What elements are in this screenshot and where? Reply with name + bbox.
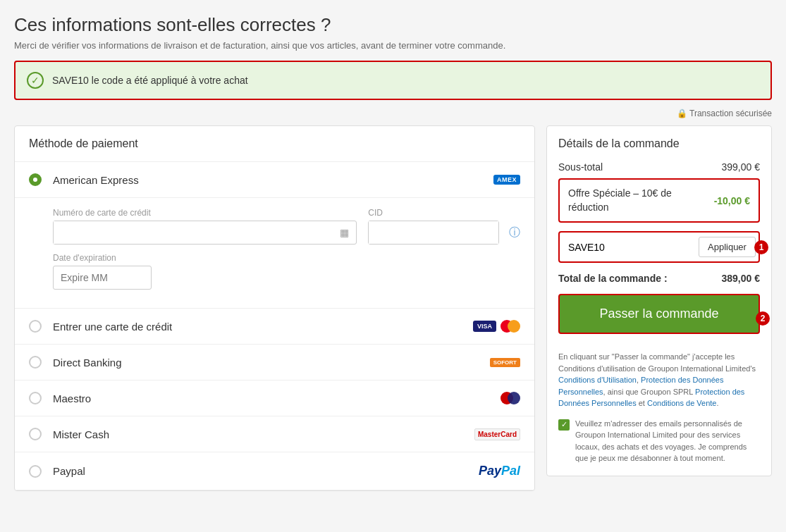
conditions-link[interactable]: Conditions d'Utilisation [558,376,637,384]
payment-method-mister[interactable]: Mister Cash MasterCard [15,416,534,452]
offer-value: -10,00 € [714,195,750,206]
expiry-input[interactable] [53,266,152,290]
subtotal-label: Sous-total [558,161,603,173]
order-button[interactable]: Passer la commande [558,294,760,334]
banner-text: SAVE10 le code a été appliqué à votre ac… [52,75,248,86]
newsletter-checkbox[interactable] [558,419,570,431]
radio-maestro[interactable] [29,392,42,404]
paypal-label: Paypal [53,465,467,477]
visa-badge: VISA [473,321,496,332]
mister-label: Mister Cash [53,428,463,440]
subtotal-row: Sous-total 399,00 € [558,161,760,173]
cid-input[interactable] [369,221,498,244]
success-icon: ✓ [27,72,44,89]
amex-badge: AMEX [493,175,520,185]
offer-label: Offre Spéciale – 10€ de réduction [568,187,714,214]
terms-intro: En cliquant sur "Passer la commande" j'a… [558,352,756,373]
promo-apply-button[interactable]: Appliquer [699,237,756,257]
expiry-label: Date d'expiration [53,253,520,263]
payment-header: Méthode de paiement [15,126,534,162]
newsletter-row: Veuillez m'adresser des emails personnal… [558,418,760,464]
total-label: Total de la commande : [558,273,668,284]
order-header: Détails de la commande [558,137,760,150]
radio-amex[interactable] [29,173,42,186]
paypal-icons: PayPal [479,464,520,478]
credit-icons: VISA [473,320,520,333]
direct-label: Direct Banking [53,357,479,369]
subtotal-value: 399,00 € [722,161,761,173]
promo-row: Appliquer 1 [558,231,760,263]
paypal-logo: PayPal [479,464,520,478]
credit-label: Entrer une carte de crédit [53,321,462,333]
mister-icons: MasterCard [474,428,520,440]
mastercash-icon: MasterCard [474,428,520,440]
radio-paypal[interactable] [29,465,42,478]
terms-text: En cliquant sur "Passer la commande" j'a… [558,351,760,409]
mastercard-badge [501,320,520,333]
newsletter-label: Veuillez m'adresser des emails personnal… [575,418,760,464]
cid-label: CID [368,208,520,218]
payment-method-paypal[interactable]: Paypal PayPal [15,452,534,490]
maestro-icons [501,392,520,404]
secure-transaction: Transaction sécurisée [14,109,772,118]
card-icon: ▦ [333,221,356,244]
maestro-badge [501,392,520,404]
promo-input[interactable] [565,239,694,256]
sofort-badge: SOFORT [490,358,520,367]
page-title: Ces informations sont-elles correctes ? [14,14,772,36]
total-row: Total de la commande : 389,00 € [558,273,760,284]
payment-panel: Méthode de paiement American Express AME… [14,125,535,491]
conditions-vente-link[interactable]: Conditions de Vente [647,399,716,407]
card-number-input[interactable] [54,221,333,244]
amex-icons: AMEX [493,175,520,185]
success-banner: ✓ SAVE10 le code a été appliqué à votre … [14,61,772,100]
radio-credit[interactable] [29,320,42,333]
payment-method-amex[interactable]: American Express AMEX [15,162,534,198]
badge-1: 1 [754,240,768,254]
help-icon[interactable]: ⓘ [509,225,520,240]
page-subtitle: Merci de vérifier vos informations de li… [14,40,772,51]
card-form: Numéro de carte de crédit ▦ CID ⓘ [15,198,534,309]
amex-label: American Express [53,174,482,186]
radio-direct[interactable] [29,356,42,369]
order-panel: Détails de la commande Sous-total 399,00… [546,125,772,476]
payment-method-credit[interactable]: Entrer une carte de crédit VISA [15,309,534,345]
badge-2: 2 [756,311,770,326]
payment-method-direct[interactable]: Direct Banking SOFORT [15,345,534,381]
card-number-label: Numéro de carte de crédit [53,208,357,218]
maestro-label: Maestro [53,392,489,404]
direct-icons: SOFORT [490,358,520,367]
special-offer-row: Offre Spéciale – 10€ de réduction -10,00… [558,178,760,223]
radio-mister[interactable] [29,428,42,440]
total-value: 389,00 € [722,273,761,284]
payment-method-maestro[interactable]: Maestro [15,381,534,416]
